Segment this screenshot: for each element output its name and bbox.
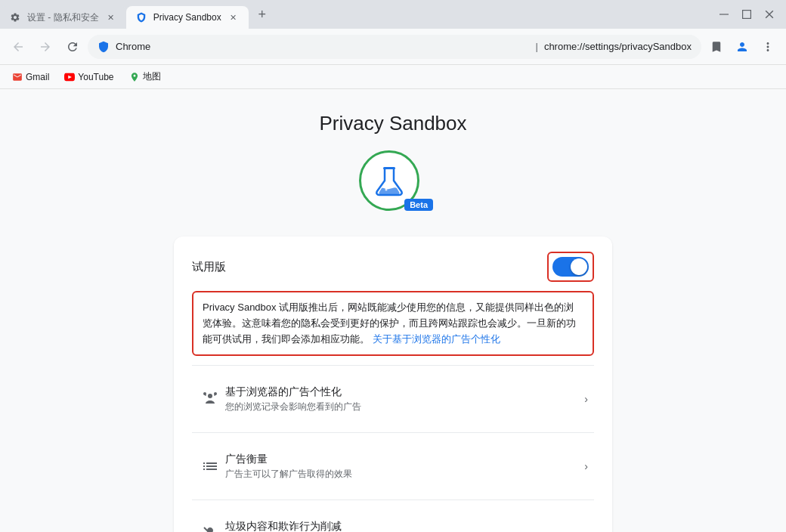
tab-strip: 设置 - 隐私和安全 ✕ Privacy Sandbox ✕ + <box>0 0 707 29</box>
bookmark-gmail[interactable]: Gmail <box>6 70 55 84</box>
tab-privacy-sandbox[interactable]: Privacy Sandbox ✕ <box>126 6 249 29</box>
maps-icon <box>129 72 140 82</box>
browser-frame: 设置 - 隐私和安全 ✕ Privacy Sandbox ✕ + <box>0 0 786 532</box>
minimize-button[interactable] <box>713 4 735 25</box>
address-separator: | <box>536 41 538 52</box>
bookmarks-bar: Gmail YouTube 地图 <box>0 65 786 89</box>
svg-point-8 <box>214 392 217 395</box>
trial-toggle[interactable] <box>552 257 589 277</box>
toolbar-actions <box>704 35 780 59</box>
ad-measurement-chevron: › <box>581 457 591 475</box>
menu-item-ad-personalization[interactable]: 基于浏览器的广告个性化 您的浏览记录会影响您看到的广告 › <box>192 375 594 423</box>
address-url: chrome://settings/privacySandbox <box>544 41 692 52</box>
beta-badge: Beta <box>404 199 433 211</box>
bookmark-gmail-label: Gmail <box>26 72 49 82</box>
privacy-sandbox-tab-title: Privacy Sandbox <box>153 12 221 23</box>
ad-measurement-title: 广告衡量 <box>225 453 581 466</box>
bookmark-youtube[interactable]: YouTube <box>58 70 119 84</box>
bookmark-maps-label: 地图 <box>143 70 161 83</box>
flask-icon <box>371 162 407 199</box>
ad-measurement-icon <box>195 451 225 481</box>
close-button[interactable] <box>759 4 780 25</box>
bookmark-maps[interactable]: 地图 <box>123 69 167 85</box>
ad-personalization-text: 基于浏览器的广告个性化 您的浏览记录会影响您看到的广告 <box>225 385 581 413</box>
menu-button[interactable] <box>756 35 780 59</box>
divider-2 <box>192 432 594 433</box>
bookmark-button[interactable] <box>704 35 729 59</box>
bookmark-youtube-label: YouTube <box>78 72 113 82</box>
tab-settings[interactable]: 设置 - 隐私和安全 ✕ <box>0 6 126 29</box>
privacy-sandbox-tab-close[interactable]: ✕ <box>227 11 240 23</box>
spam-reduction-title: 垃圾内容和欺诈行为削减 <box>225 520 581 532</box>
back-button[interactable] <box>6 35 30 59</box>
spam-reduction-icon <box>195 518 225 532</box>
svg-point-7 <box>208 394 212 398</box>
privacy-sandbox-tab-favicon <box>135 11 147 23</box>
forward-button[interactable] <box>33 35 57 59</box>
page-inner: Privacy Sandbox Beta <box>91 89 695 532</box>
profile-button[interactable] <box>730 35 754 59</box>
ad-personalization-chevron: › <box>581 390 591 408</box>
toolbar: Chrome | chrome://settings/privacySandbo… <box>0 29 786 65</box>
ad-measurement-text: 广告衡量 广告主可以了解广告取得的效果 <box>225 453 581 481</box>
description-box: Privacy Sandbox 试用版推出后，网站既能减少使用您的信息，又能提供… <box>192 291 594 356</box>
toggle-section: 试用版 <box>192 252 594 282</box>
description-link[interactable]: 关于基于浏览器的广告个性化 <box>373 333 500 345</box>
menu-item-ad-measurement[interactable]: 广告衡量 广告主可以了解广告取得的效果 › <box>192 442 594 490</box>
settings-tab-favicon <box>9 11 21 23</box>
address-bar[interactable]: Chrome | chrome://settings/privacySandbo… <box>88 35 701 59</box>
page-title: Privacy Sandbox <box>319 112 466 135</box>
svg-rect-1 <box>743 11 751 19</box>
svg-rect-0 <box>719 14 729 14</box>
divider-1 <box>192 365 594 366</box>
settings-tab-title: 设置 - 隐私和安全 <box>27 11 99 24</box>
divider-3 <box>192 500 594 500</box>
address-brand: Chrome <box>116 41 530 52</box>
svg-point-5 <box>385 189 388 191</box>
settings-card: 试用版 Privacy Sandbox 试用版推出后，网站既能减少使用您的信息，… <box>174 237 612 532</box>
toggle-knob <box>571 258 587 275</box>
refresh-button[interactable] <box>60 35 85 59</box>
spam-reduction-chevron: › <box>581 524 591 532</box>
gmail-icon <box>12 72 23 82</box>
svg-point-9 <box>203 392 206 395</box>
trial-label: 试用版 <box>192 260 226 274</box>
maximize-button[interactable] <box>736 4 757 25</box>
spam-reduction-text: 垃圾内容和欺诈行为削减 协助网站打击欺诈行为以及区分机器人和真人 <box>225 520 581 532</box>
ad-measurement-subtitle: 广告主可以了解广告取得的效果 <box>225 468 581 481</box>
logo-container: Beta <box>359 150 427 218</box>
title-bar: 设置 - 隐私和安全 ✕ Privacy Sandbox ✕ + <box>0 0 786 29</box>
svg-rect-4 <box>383 167 395 169</box>
window-controls <box>707 0 786 29</box>
ad-personalization-icon <box>195 384 225 414</box>
page-content: Privacy Sandbox Beta <box>0 89 786 532</box>
menu-item-spam-reduction[interactable]: 垃圾内容和欺诈行为削减 协助网站打击欺诈行为以及区分机器人和真人 › <box>192 509 594 532</box>
address-bar-favicon <box>97 41 110 53</box>
ad-personalization-subtitle: 您的浏览记录会影响您看到的广告 <box>225 401 581 413</box>
youtube-icon <box>64 72 75 82</box>
svg-point-6 <box>390 187 391 188</box>
settings-tab-close[interactable]: ✕ <box>105 11 117 23</box>
ad-personalization-title: 基于浏览器的广告个性化 <box>225 385 581 399</box>
toggle-outline <box>547 252 594 282</box>
new-tab-button[interactable]: + <box>252 4 273 25</box>
